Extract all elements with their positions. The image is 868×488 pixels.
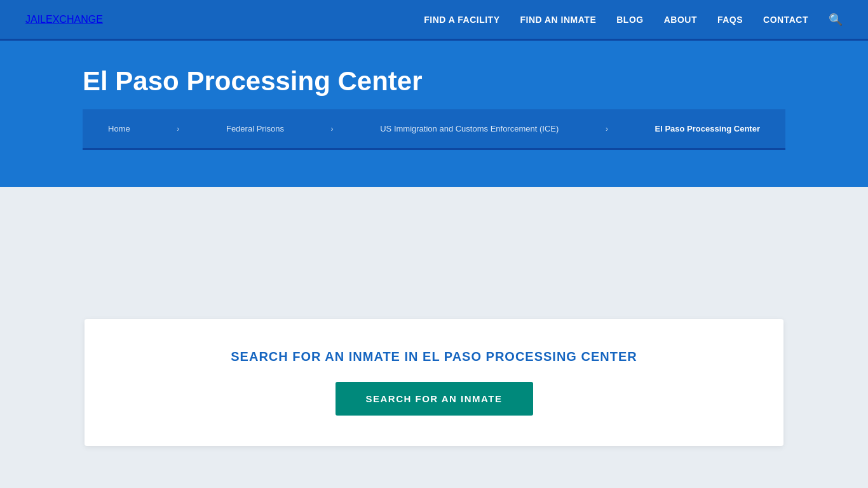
breadcrumb: Home › Federal Prisons › US Immigration … bbox=[83, 109, 785, 150]
breadcrumb-federal-prisons[interactable]: Federal Prisons bbox=[226, 124, 284, 133]
nav-item-about[interactable]: ABOUT bbox=[664, 14, 697, 25]
breadcrumb-chevron-2: › bbox=[331, 125, 334, 133]
logo-jail: JAIL bbox=[25, 14, 46, 25]
breadcrumb-chevron-1: › bbox=[177, 125, 179, 133]
breadcrumb-ice[interactable]: US Immigration and Customs Enforcement (… bbox=[380, 124, 559, 133]
search-card: SEARCH FOR AN INMATE IN EL PASO PROCESSI… bbox=[85, 319, 783, 446]
search-inmate-button[interactable]: SEARCH FOR AN INMATE bbox=[336, 382, 533, 416]
logo[interactable]: JAILEXCHANGE bbox=[25, 14, 103, 25]
logo-exchange: EXCHANGE bbox=[46, 14, 103, 25]
hero-section: El Paso Processing Center Home › Federal… bbox=[0, 41, 868, 187]
nav-links: FIND A FACILITY FIND AN INMATE BLOG ABOU… bbox=[424, 13, 843, 27]
nav-item-faqs[interactable]: FAQs bbox=[717, 14, 743, 25]
breadcrumb-home[interactable]: Home bbox=[108, 124, 130, 133]
nav-search-icon[interactable]: 🔍 bbox=[829, 13, 843, 27]
nav-item-find-inmate[interactable]: FIND AN INMATE bbox=[520, 14, 596, 25]
nav-item-contact[interactable]: CONTACT bbox=[763, 14, 808, 25]
page-title: El Paso Processing Center bbox=[83, 66, 785, 97]
main-content: SEARCH FOR AN INMATE IN EL PASO PROCESSI… bbox=[0, 187, 868, 484]
main-nav: JAILEXCHANGE FIND A FACILITY FIND AN INM… bbox=[0, 0, 868, 41]
nav-item-blog[interactable]: BLOG bbox=[616, 14, 643, 25]
nav-item-find-facility[interactable]: FIND A FACILITY bbox=[424, 14, 499, 25]
search-card-title: SEARCH FOR AN INMATE IN EL PASO PROCESSI… bbox=[231, 349, 637, 364]
breadcrumb-chevron-3: › bbox=[606, 125, 608, 133]
breadcrumb-current: El Paso Processing Center bbox=[655, 124, 760, 133]
